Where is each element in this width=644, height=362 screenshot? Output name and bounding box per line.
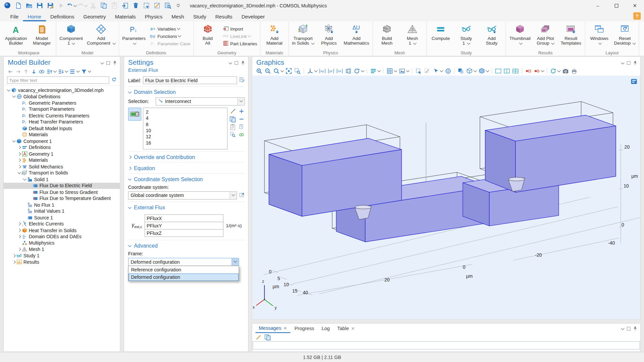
section-override[interactable]: Override and Contribution: [128, 151, 245, 162]
tree-node[interactable]: +Electric Currents: [4, 221, 120, 227]
qat-chevron-button[interactable]: [173, 2, 183, 11]
messages-tab-messages[interactable]: Messages✕: [255, 324, 290, 333]
select-entities-button[interactable]: [432, 68, 443, 74]
application-builder-button[interactable]: AApplicationBuilder: [3, 22, 29, 50]
go-to-default-view-button[interactable]: [306, 68, 317, 74]
select-frame-button[interactable]: [141, 1, 151, 10]
ribbon-tab-mesh[interactable]: Mesh: [167, 13, 189, 21]
undo-button[interactable]: [66, 1, 76, 10]
close-button[interactable]: ✕: [626, 0, 644, 11]
wireframe-button[interactable]: [466, 68, 477, 74]
remove-icon[interactable]: [238, 116, 245, 122]
clear-selection-button[interactable]: [152, 1, 162, 10]
paste-selection-icon[interactable]: [238, 123, 245, 130]
panel-menu-icon[interactable]: [621, 326, 624, 330]
ribbon-tab-developer[interactable]: Developer: [237, 13, 269, 21]
compute-button[interactable]: Compute: [428, 22, 453, 50]
domain-list-item[interactable]: 12: [143, 134, 227, 140]
frame-combo-arrow[interactable]: [232, 258, 239, 266]
tree-node[interactable]: Study 1: [4, 253, 120, 259]
nav-back-button[interactable]: [7, 68, 14, 75]
section-domain-selection[interactable]: Domain Selection: [128, 86, 245, 97]
delete-button[interactable]: [131, 1, 140, 10]
pin-panel-icon[interactable]: [633, 326, 637, 331]
selection-combo[interactable]: Interconnect: [156, 97, 245, 105]
ribbon-tab-home[interactable]: Home: [23, 13, 46, 21]
add-study-button[interactable]: AddStudy: [479, 22, 504, 50]
ribbon-tab-geometry[interactable]: Geometry: [79, 13, 110, 21]
tree-node[interactable]: vacancy_electromigration_3Dmodel.mph: [4, 87, 120, 93]
duplicate-button[interactable]: [120, 1, 130, 10]
graphics-context-icon[interactable]: [631, 79, 637, 86]
section-external-flux[interactable]: External Flux: [128, 202, 245, 213]
zoom-extents-button[interactable]: [285, 68, 292, 74]
tree-node[interactable]: Flux Due to Temperature Gradient: [4, 195, 120, 202]
tree-node[interactable]: PiHeat Transfer Parameters: [4, 119, 120, 125]
panel-menu-icon[interactable]: [100, 60, 103, 66]
tree-node[interactable]: Flux Due to Stress Gradient: [4, 189, 120, 195]
zoom-selected-button[interactable]: [294, 68, 301, 74]
frame-combo[interactable]: Deformed configuration: [128, 258, 239, 266]
label-input[interactable]: [143, 76, 237, 84]
ribbon-tab-physics[interactable]: Physics: [140, 13, 167, 21]
tree-node[interactable]: Source 1: [4, 214, 120, 221]
domain-list-item[interactable]: 8: [143, 121, 227, 127]
part-libraries-button[interactable]: Part Libraries: [222, 40, 257, 47]
go-to-source-icon[interactable]: [239, 192, 245, 199]
domain-list-item[interactable]: 2: [143, 109, 227, 115]
deselect-button[interactable]: [424, 68, 431, 74]
new-file-button[interactable]: [13, 1, 23, 10]
livelink-button[interactable]: LiveLink: [222, 32, 257, 40]
float-panel-icon[interactable]: [627, 327, 631, 330]
study1-button[interactable]: Study1: [453, 22, 479, 50]
pin-panel-icon[interactable]: [113, 61, 117, 65]
move-up-button[interactable]: [22, 68, 30, 75]
active-toggle-button[interactable]: [128, 108, 141, 121]
close-tab-icon[interactable]: ✕: [351, 326, 355, 331]
save-button[interactable]: [35, 1, 44, 10]
messages-tab-log[interactable]: Log: [318, 325, 333, 332]
cut-button[interactable]: [88, 1, 98, 10]
tree-node[interactable]: Component 1: [4, 138, 120, 144]
animate-button[interactable]: [550, 68, 561, 74]
tree-node[interactable]: Flux Due to Electric Field: [4, 183, 120, 189]
find-button[interactable]: [163, 1, 172, 10]
wand-icon[interactable]: [230, 108, 236, 115]
pin-panel-icon[interactable]: [633, 61, 637, 65]
visibility-icon[interactable]: [238, 132, 245, 138]
comsol-logo-button[interactable]: [2, 1, 12, 10]
parameter-case-button[interactable]: PiParameter Case: [149, 40, 191, 47]
domain-selection-list[interactable]: 248101216: [143, 108, 228, 150]
add-mathematics-button[interactable]: ΔUAddMathematics: [342, 22, 371, 50]
print-button[interactable]: [571, 68, 578, 74]
add-plot-group-button[interactable]: Add PlotGroup: [533, 22, 558, 50]
window-split-button[interactable]: [503, 68, 510, 74]
build-mesh-button[interactable]: BuildMesh: [374, 22, 400, 50]
collapse-list-button[interactable]: [57, 68, 68, 75]
functions-button[interactable]: f(x)Functions: [149, 32, 191, 40]
messages-text-area[interactable]: [253, 341, 640, 349]
scene-settings-button[interactable]: [370, 68, 381, 74]
expand-list-button[interactable]: [46, 68, 57, 75]
paste-icon[interactable]: [229, 123, 237, 130]
show-button[interactable]: [38, 68, 45, 75]
import-button[interactable]: Import: [222, 25, 257, 32]
build-all-button[interactable]: BuildAll: [195, 22, 220, 50]
tree-filter-input[interactable]: [7, 76, 109, 84]
section-coordinate-system[interactable]: Coordinate System Selection: [128, 173, 245, 184]
clear-messages-icon[interactable]: [255, 334, 262, 341]
float-panel-icon[interactable]: [235, 61, 238, 65]
snapshot-button[interactable]: [562, 68, 569, 74]
zoom-in-button[interactable]: [255, 68, 263, 74]
open-file-button[interactable]: [24, 1, 34, 10]
add-material-button[interactable]: AddMaterial: [262, 22, 287, 50]
select-box-button[interactable]: [415, 68, 422, 74]
perspective-button[interactable]: [345, 68, 352, 74]
zoom-out-button[interactable]: [264, 68, 271, 74]
tree-node[interactable]: DInitial Values 1: [4, 208, 120, 214]
redo-button[interactable]: [77, 1, 87, 10]
flux-component-input[interactable]: [145, 229, 224, 237]
section-equation[interactable]: Equation: [128, 162, 245, 173]
add-component-button[interactable]: AddComponent: [85, 22, 117, 50]
tree-node[interactable]: Default Model Inputs: [4, 125, 120, 132]
